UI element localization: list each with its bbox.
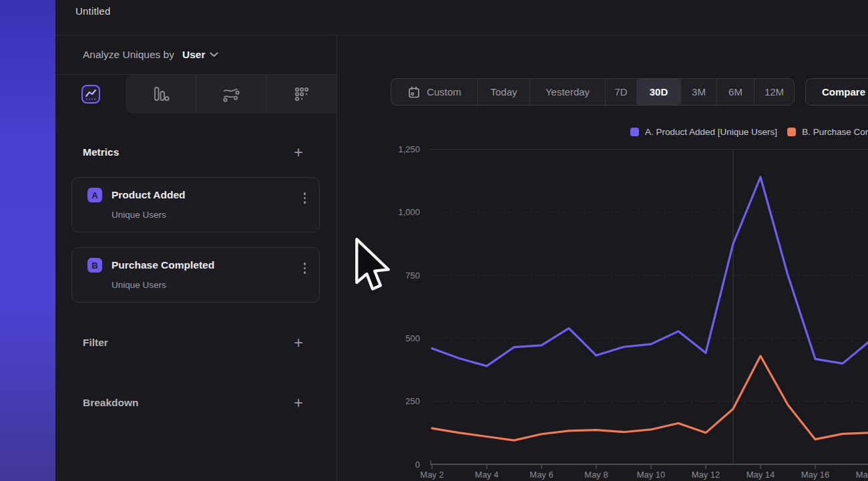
analyze-row: Analyze Uniques by User <box>55 35 337 75</box>
range-custom-button[interactable]: Custom <box>391 79 477 105</box>
tab-grid-metrics[interactable] <box>266 75 337 114</box>
metrics-header: Metrics <box>83 146 119 158</box>
calendar-icon <box>407 86 421 99</box>
sidebar: Analyze Uniques by User <box>55 35 337 481</box>
tabgroup <box>126 75 337 114</box>
analyze-by-value: User <box>182 49 205 61</box>
metrics-section-header: Metrics + <box>55 144 337 161</box>
kebab-menu-icon[interactable] <box>304 192 306 204</box>
legend-item-b: B. Purchase Completed [Unique Users] <box>787 127 868 137</box>
metric-badge-a: A <box>87 188 102 202</box>
analyze-label: Analyze Uniques by <box>83 49 174 61</box>
background-gradient <box>0 0 55 481</box>
range-12m-button[interactable]: 12M <box>754 79 794 105</box>
metric-name: Purchase Completed <box>112 259 214 271</box>
range-today-button[interactable]: Today <box>477 79 529 105</box>
breakdown-section-header: Breakdown + <box>55 394 337 412</box>
legend-label-a: A. Product Added [Unique Users] <box>645 127 777 137</box>
grid-dots-icon <box>292 84 312 104</box>
filter-header: Filter <box>83 337 108 349</box>
flow-chart-icon <box>221 84 241 104</box>
metric-measure: Unique Users <box>112 210 307 220</box>
legend-swatch-b <box>787 128 796 136</box>
date-range-control: Custom Today Yesterday 7D 30D 3M 6M 12M <box>391 78 795 106</box>
breakdown-header: Breakdown <box>83 397 139 409</box>
tab-bar-chart[interactable] <box>126 75 196 114</box>
range-7d-button[interactable]: 7D <box>605 79 636 105</box>
add-breakdown-button[interactable]: + <box>292 396 304 410</box>
metric-card-b[interactable]: B Purchase Completed Unique Users <box>71 247 320 303</box>
chevron-down-icon <box>210 52 218 57</box>
range-6m-button[interactable]: 6M <box>716 79 754 105</box>
add-metric-button[interactable]: + <box>292 146 304 159</box>
metric-name: Product Added <box>112 189 186 201</box>
metric-badge-b: B <box>87 258 102 273</box>
legend-item-a: A. Product Added [Unique Users] <box>630 127 777 137</box>
filter-section-header: Filter + <box>55 334 337 351</box>
app-window: Untitled Analyze Uniques by User <box>55 0 868 481</box>
metric-card-a[interactable]: A Product Added Unique Users <box>71 177 320 232</box>
line-chart-icon <box>80 84 101 105</box>
tab-flow-chart[interactable] <box>196 75 266 114</box>
range-30d-button[interactable]: 30D <box>636 79 680 105</box>
title-bar: Untitled <box>55 0 868 35</box>
compare-button[interactable]: Compare <box>805 78 868 106</box>
view-tabstrip <box>55 75 337 114</box>
range-custom-label: Custom <box>427 86 461 98</box>
analyze-by-dropdown[interactable]: User <box>182 49 218 61</box>
add-filter-button[interactable]: + <box>292 336 304 349</box>
report-title: Untitled <box>75 5 110 17</box>
bar-chart-icon <box>150 84 170 104</box>
metric-measure: Unique Users <box>112 280 307 290</box>
date-range-toolbar: Custom Today Yesterday 7D 30D 3M 6M 12M … <box>391 78 868 106</box>
chart-panel: Custom Today Yesterday 7D 30D 3M 6M 12M … <box>337 35 868 481</box>
chart-legend: A. Product Added [Unique Users] B. Purch… <box>630 127 868 137</box>
tab-line-chart[interactable] <box>55 75 126 114</box>
range-yesterday-button[interactable]: Yesterday <box>529 79 605 105</box>
kebab-menu-icon[interactable] <box>304 263 306 274</box>
range-3m-button[interactable]: 3M <box>680 79 716 105</box>
legend-swatch-a <box>630 128 639 136</box>
legend-label-b: B. Purchase Completed [Unique Users] <box>802 127 868 137</box>
